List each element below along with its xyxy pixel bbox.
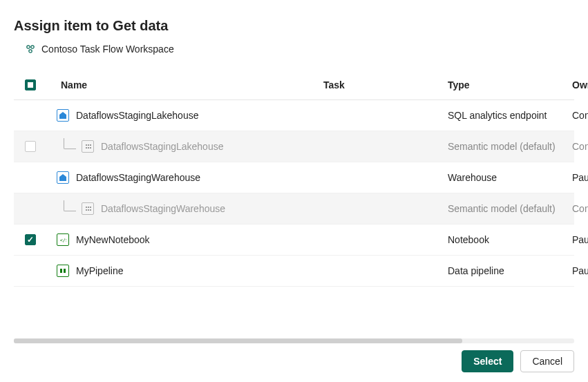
scrollbar-thumb[interactable] [14, 338, 462, 343]
tree-elbow-icon [64, 200, 76, 211]
column-header-task[interactable]: Task [323, 79, 448, 90]
column-header-name[interactable]: Name [47, 79, 323, 90]
svg-point-2 [29, 50, 32, 52]
table-header: Name Task Type Owner [14, 70, 574, 100]
item-owner: Contoso [572, 110, 588, 121]
semantic-model-icon [82, 140, 94, 153]
notebook-icon: </> [57, 233, 69, 246]
table-row[interactable]: </> MyNewNotebook Notebook Paula [14, 225, 574, 256]
column-header-owner[interactable]: Owner [572, 79, 588, 90]
table-row[interactable]: DataflowsStagingWarehouse Semantic model… [14, 193, 574, 225]
svg-rect-4 [60, 269, 62, 273]
dialog-title: Assign item to Get data [14, 18, 574, 34]
table-row[interactable]: MyPipeline Data pipeline Paula [14, 256, 574, 287]
semantic-model-icon [82, 202, 94, 215]
row-checkbox[interactable] [25, 234, 36, 245]
horizontal-scrollbar[interactable] [14, 338, 574, 343]
item-name: MyPipeline [76, 265, 123, 276]
item-type: Semantic model (default) [448, 203, 572, 214]
table-row[interactable]: DataflowsStagingLakehouse Semantic model… [14, 131, 574, 162]
dialog-footer: Select Cancel [462, 350, 574, 372]
items-table: Name Task Type Owner DataflowsStagingLak… [14, 70, 574, 287]
item-type: Notebook [448, 234, 572, 245]
item-type: SQL analytics endpoint [448, 110, 572, 121]
svg-point-0 [27, 46, 30, 48]
item-owner: Contoso [572, 203, 588, 214]
tree-elbow-icon [64, 138, 76, 149]
table-row[interactable]: DataflowsStagingLakehouse SQL analytics … [14, 100, 574, 131]
workspace-breadcrumb: Contoso Task Flow Workspace [25, 44, 574, 55]
item-name: DataflowsStagingLakehouse [76, 110, 198, 121]
item-owner: Paula [572, 265, 588, 276]
row-checkbox[interactable] [25, 141, 36, 152]
workspace-icon [25, 44, 36, 55]
item-type: Semantic model (default) [448, 141, 572, 152]
item-name: DataflowsStagingWarehouse [101, 203, 225, 214]
svg-text:</>: </> [60, 238, 66, 243]
svg-point-1 [31, 46, 34, 48]
item-owner: Paula [572, 172, 588, 183]
item-name: DataflowsStagingLakehouse [101, 141, 223, 152]
workspace-label: Contoso Task Flow Workspace [41, 44, 174, 55]
item-name: DataflowsStagingWarehouse [76, 172, 200, 183]
table-row[interactable]: DataflowsStagingWarehouse Warehouse Paul… [14, 162, 574, 193]
item-owner: Contoso [572, 141, 588, 152]
datapipeline-icon [57, 265, 69, 277]
lakehouse-icon [57, 109, 69, 122]
item-type: Data pipeline [448, 265, 572, 276]
cancel-button[interactable]: Cancel [520, 350, 574, 372]
item-name: MyNewNotebook [76, 234, 150, 245]
column-header-type[interactable]: Type [448, 79, 572, 90]
item-owner: Paula [572, 234, 588, 245]
select-button[interactable]: Select [462, 350, 513, 372]
svg-rect-5 [64, 269, 66, 273]
warehouse-icon [57, 171, 69, 184]
select-all-checkbox[interactable] [25, 79, 36, 90]
item-type: Warehouse [448, 172, 572, 183]
